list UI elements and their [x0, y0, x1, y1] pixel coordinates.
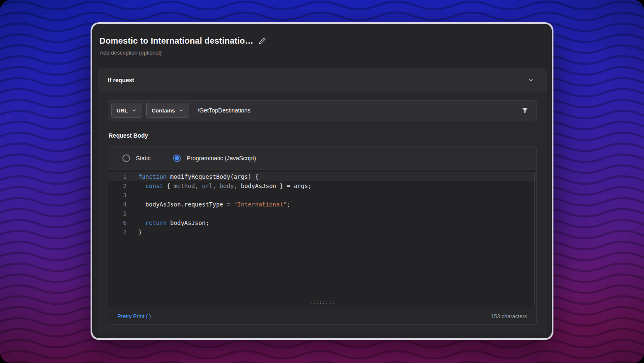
code-lines: 1function modifyRequestBody(args) {2 con…: [108, 172, 536, 237]
code-text: return bodyAsJson;: [127, 218, 209, 227]
if-request-section: If request URL Contains: [98, 68, 547, 335]
rule-editor-card: Domestic to International destinatio… Ad…: [91, 22, 553, 340]
request-body-editor: Static Programmatic (JavaScript) 1functi…: [108, 146, 537, 325]
code-line[interactable]: 7}: [108, 227, 536, 237]
line-number: 5: [108, 209, 127, 218]
line-number: 6: [108, 218, 127, 227]
request-body-label: Request Body: [109, 132, 537, 139]
code-text: [127, 209, 138, 218]
radio-static[interactable]: Static: [122, 154, 151, 162]
radio-static-label: Static: [136, 155, 151, 162]
line-number: 3: [108, 191, 127, 200]
code-line[interactable]: 4 bodyAsJson.requestType = "Internationa…: [108, 200, 536, 209]
radio-icon: [122, 154, 130, 162]
line-number: 7: [108, 227, 127, 237]
line-number: 4: [108, 200, 127, 209]
request-filter-row: URL Contains /GetTopDestinations: [108, 100, 537, 120]
pretty-print-button[interactable]: Pretty Print { }: [117, 313, 151, 319]
editor-footer: Pretty Print { } 153 characters: [108, 308, 536, 324]
code-text: const { method, url, body, bodyAsJson } …: [127, 181, 312, 191]
code-editor[interactable]: 1function modifyRequestBody(args) {2 con…: [108, 170, 536, 308]
card-header: Domestic to International destinatio… Ad…: [92, 24, 552, 56]
filter-field-dropdown[interactable]: URL: [111, 103, 142, 118]
screenshot-stage: Domestic to International destinatio… Ad…: [0, 0, 644, 363]
character-count: 153 characters: [491, 313, 527, 319]
code-line[interactable]: 1function modifyRequestBody(args) {: [108, 172, 536, 181]
rule-description-placeholder[interactable]: Add description (optional): [99, 50, 542, 56]
chevron-down-icon[interactable]: [527, 77, 534, 84]
code-text: bodyAsJson.requestType = "International"…: [127, 200, 290, 209]
resize-handle[interactable]: ::::::::: [309, 298, 335, 307]
code-text: }: [127, 227, 142, 237]
radio-programmatic[interactable]: Programmatic (JavaScript): [173, 154, 256, 162]
code-line[interactable]: 2 const { method, url, body, bodyAsJson …: [108, 181, 536, 191]
radio-programmatic-label: Programmatic (JavaScript): [187, 155, 256, 162]
code-text: function modifyRequestBody(args) {: [127, 172, 259, 181]
code-line[interactable]: 3: [108, 191, 536, 200]
if-request-body: URL Contains /GetTopDestinations Request…: [98, 92, 547, 335]
rule-title[interactable]: Domestic to International destinatio…: [99, 36, 253, 46]
code-line[interactable]: 6 return bodyAsJson;: [108, 218, 536, 227]
body-mode-bar: Static Programmatic (JavaScript): [108, 146, 536, 170]
code-text: [127, 191, 138, 200]
editor-scrollbar[interactable]: [534, 172, 535, 306]
filter-value-input[interactable]: /GetTopDestinations: [197, 107, 515, 114]
code-line[interactable]: 5: [108, 209, 536, 218]
chevron-down-icon: [132, 108, 137, 113]
line-number: 2: [108, 181, 127, 191]
filter-operator-dropdown[interactable]: Contains: [146, 103, 190, 118]
if-request-title: If request: [108, 77, 134, 84]
filter-funnel-icon[interactable]: [519, 105, 530, 116]
radio-icon: [173, 154, 181, 162]
chevron-down-icon: [179, 108, 184, 113]
edit-title-icon[interactable]: [259, 37, 266, 44]
line-number: 1: [108, 172, 127, 181]
filter-operator-label: Contains: [152, 107, 175, 114]
filter-field-label: URL: [117, 107, 128, 114]
if-request-header[interactable]: If request: [98, 68, 547, 92]
